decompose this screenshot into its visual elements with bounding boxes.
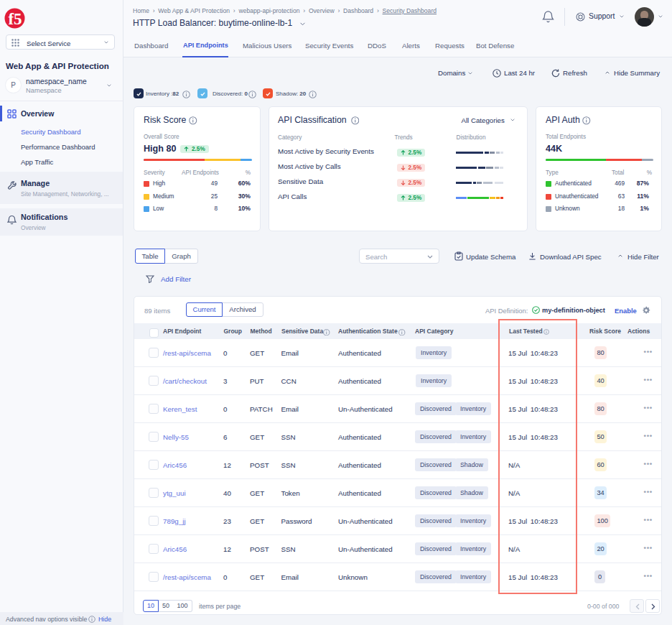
svg-text:f5: f5 <box>8 10 22 28</box>
